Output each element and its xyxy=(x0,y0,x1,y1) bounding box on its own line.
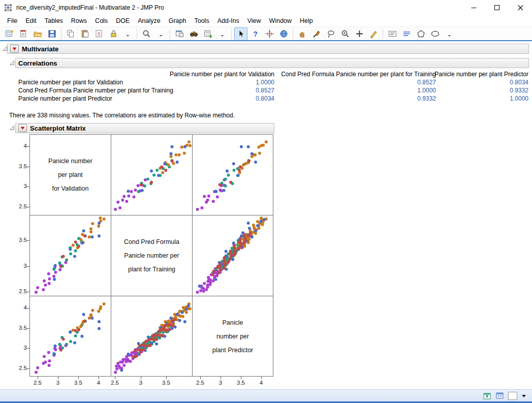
menu-item-window[interactable]: Window xyxy=(265,16,296,25)
multivariate-header-bar: Multivariate xyxy=(7,44,529,54)
home-window-icon[interactable] xyxy=(482,391,492,400)
matrix-scatter-cell[interactable] xyxy=(29,215,111,296)
multivariate-menu-button[interactable] xyxy=(10,45,19,53)
toolbar-separator xyxy=(383,29,383,39)
selection-color-swatch[interactable] xyxy=(508,392,517,400)
correlations-disclosure-triangle-icon[interactable] xyxy=(9,60,15,66)
copy-icon[interactable] xyxy=(64,27,77,41)
x-axis-tick-label: 3.5 xyxy=(232,380,249,386)
binoculars-icon[interactable] xyxy=(187,27,200,41)
matrix-scatter-cell[interactable] xyxy=(111,134,192,215)
status-caret-down-icon[interactable] xyxy=(521,393,527,398)
missing-values-note: There are 338 missing values. The correl… xyxy=(9,112,235,119)
jmp-app-icon xyxy=(4,4,12,12)
polygon-annotate-icon[interactable] xyxy=(414,27,427,41)
menu-item-addins[interactable]: Add-Ins xyxy=(213,16,243,25)
status-bar xyxy=(0,389,532,401)
corr-column-header: Panicle number per plant Predictor xyxy=(436,71,528,78)
corr-table-row: Cond Pred Formula Panicle number per pla… xyxy=(18,86,528,95)
save-icon[interactable] xyxy=(45,27,58,41)
menu-item-tables[interactable]: Tables xyxy=(41,16,67,25)
search-icon[interactable] xyxy=(140,27,153,41)
scatterplot-disclosure-triangle-icon[interactable] xyxy=(9,125,15,131)
matrix-scatter-cell[interactable] xyxy=(192,134,273,215)
menu-item-tools[interactable]: Tools xyxy=(190,16,213,25)
plus-tool-icon[interactable] xyxy=(353,27,366,41)
svg-text:?: ? xyxy=(253,30,258,38)
corr-column-header: Panicle number per plant for Validation xyxy=(171,71,274,78)
globe-tool-icon[interactable] xyxy=(277,27,290,41)
menu-item-rows[interactable]: Rows xyxy=(67,16,91,25)
group-caret-icon[interactable] xyxy=(443,27,456,41)
new-journal-icon[interactable] xyxy=(17,27,30,41)
matrix-scatter-cell[interactable] xyxy=(29,296,111,377)
matrix-diagonal-label-line: Panicle xyxy=(223,319,243,326)
menu-item-file[interactable]: File xyxy=(3,16,21,25)
formula-icon[interactable]: S xyxy=(92,27,106,41)
new-data-table-icon[interactable] xyxy=(3,27,16,41)
menu-item-cols[interactable]: Cols xyxy=(91,16,112,25)
scatter-plot[interactable] xyxy=(193,215,274,296)
help-tool-icon[interactable]: ? xyxy=(248,27,262,41)
x-axis-tick-mark xyxy=(241,377,241,379)
window-journal-icon[interactable] xyxy=(173,27,186,41)
grabber-tool-icon[interactable] xyxy=(296,27,309,41)
corr-value: 0.9332 xyxy=(436,87,528,94)
svg-text:S: S xyxy=(98,31,100,37)
scatter-plot[interactable] xyxy=(193,135,274,215)
scatter-plot[interactable] xyxy=(30,296,111,377)
y-axis-tick-label: 2.5 xyxy=(14,203,27,209)
maximize-button[interactable] xyxy=(485,0,509,15)
corr-row-label: Panicle number per plant for Validation xyxy=(18,79,171,86)
add-journal-icon[interactable] xyxy=(201,27,214,41)
text-box-icon[interactable] xyxy=(386,27,399,41)
corr-value: 0.9332 xyxy=(274,95,436,102)
menu-item-doe[interactable]: DOE xyxy=(112,16,134,25)
lines-annotate-icon[interactable] xyxy=(400,27,413,41)
x-axis-tick-label: 3.5 xyxy=(70,380,87,386)
menu-item-analyze[interactable]: Analyze xyxy=(134,16,164,25)
data-grid-icon[interactable] xyxy=(495,391,505,400)
lasso-tool-icon[interactable] xyxy=(324,27,337,41)
y-axis-tick-label: 3 xyxy=(14,345,27,351)
matrix-diagonal-label-line: Cond Pred Formula xyxy=(124,238,179,245)
lock-icon[interactable] xyxy=(107,27,120,41)
menu-item-graph[interactable]: Graph xyxy=(165,16,191,25)
menu-item-view[interactable]: View xyxy=(243,16,265,25)
x-axis-tick-label: 2.5 xyxy=(192,380,209,386)
y-axis-tick-label: 4 xyxy=(14,143,27,149)
matrix-diagonal-label-line: Panicle number xyxy=(48,158,92,165)
matrix-scatter-cell[interactable] xyxy=(111,296,192,377)
corr-value: 0.8034 xyxy=(171,95,274,102)
corr-value: 0.8034 xyxy=(436,79,528,86)
matrix-diagonal-label-line: plant Predictor xyxy=(212,347,254,354)
y-axis-tick-label: 4 xyxy=(14,304,27,311)
group-caret-icon[interactable] xyxy=(154,27,167,41)
pencil-tool-icon[interactable] xyxy=(367,27,380,41)
title-bar: rice_diversity2_imputedFinal - Multivari… xyxy=(0,0,532,15)
close-button[interactable] xyxy=(509,0,532,15)
crosshair-tool-icon[interactable] xyxy=(263,27,276,41)
arrow-tool-icon[interactable] xyxy=(234,27,247,41)
x-axis-tick-label: 3 xyxy=(212,380,229,386)
brush-tool-icon[interactable] xyxy=(310,27,323,41)
scatter-plot[interactable] xyxy=(30,215,111,296)
menu-item-help[interactable]: Help xyxy=(296,16,317,25)
group-caret-icon[interactable] xyxy=(121,27,134,41)
scatter-plot[interactable] xyxy=(111,135,193,215)
x-axis-tick-mark xyxy=(261,377,262,379)
matrix-diagonal-label-line: plant for Training xyxy=(128,266,175,273)
magnifier-tool-icon[interactable] xyxy=(338,27,352,41)
scatter-plot[interactable] xyxy=(111,296,193,377)
matrix-diagonal-label-line: number per xyxy=(216,333,249,340)
minimize-button[interactable] xyxy=(462,0,485,15)
open-icon[interactable] xyxy=(31,27,44,41)
scatterplot-menu-button[interactable] xyxy=(18,124,27,132)
oval-annotate-icon[interactable] xyxy=(428,27,442,41)
scatterplot-title: Scatterplot Matrix xyxy=(30,125,86,132)
menu-item-edit[interactable]: Edit xyxy=(21,16,41,25)
paste-icon[interactable] xyxy=(78,27,91,41)
group-caret-icon[interactable] xyxy=(215,27,229,41)
corr-row-label: Cond Pred Formula Panicle number per pla… xyxy=(18,87,171,94)
matrix-scatter-cell[interactable] xyxy=(192,215,273,296)
